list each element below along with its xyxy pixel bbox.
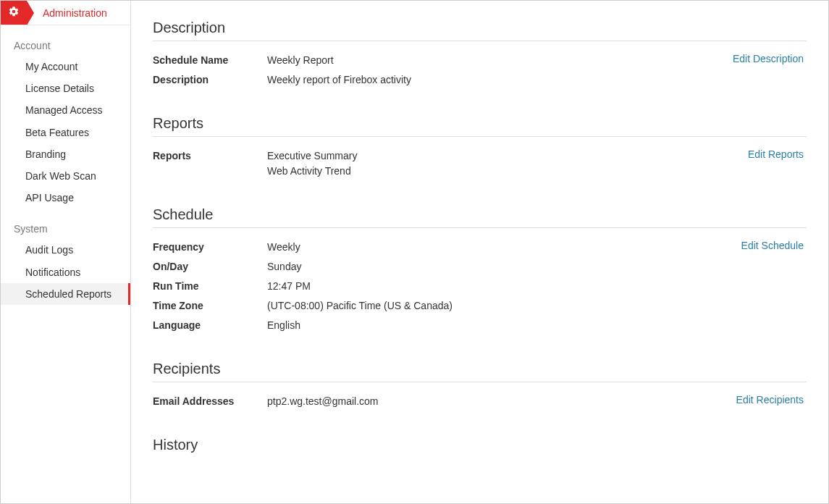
section-title-description: Description bbox=[153, 20, 807, 41]
sidebar-item-dark-web-scan[interactable]: Dark Web Scan bbox=[1, 165, 130, 187]
row-email-addresses: Email Addresses ptp2.wg.test@gmail.com bbox=[153, 394, 807, 409]
sidebar-item-label: My Account bbox=[25, 61, 77, 72]
gear-icon-box bbox=[1, 1, 27, 25]
nav-section-title-account: Account bbox=[1, 25, 130, 56]
sidebar-item-api-usage[interactable]: API Usage bbox=[1, 187, 130, 209]
sidebar-item-label: Dark Web Scan bbox=[25, 170, 96, 182]
sidebar-title: Administration bbox=[43, 7, 107, 19]
value-frequency: Weekly bbox=[267, 240, 807, 255]
row-time-zone: Time Zone (UTC-08:00) Pacific Time (US &… bbox=[153, 298, 807, 314]
sidebar-item-my-account[interactable]: My Account bbox=[1, 56, 130, 77]
row-run-time: Run Time 12:47 PM bbox=[153, 279, 807, 294]
section-history: History bbox=[153, 437, 807, 458]
nav-section-system: System Audit Logs Notifications Schedule… bbox=[1, 209, 130, 305]
nav-section-title-system: System bbox=[1, 209, 130, 239]
row-schedule-name: Schedule Name Weekly Report bbox=[153, 53, 807, 68]
sidebar-item-label: Branding bbox=[25, 148, 66, 160]
sidebar-item-label: Beta Features bbox=[25, 127, 89, 138]
section-title-history: History bbox=[153, 437, 807, 458]
nav-section-account: Account My Account License Details Manag… bbox=[1, 25, 130, 209]
edit-description-link[interactable]: Edit Description bbox=[718, 53, 804, 64]
section-title-reports: Reports bbox=[153, 115, 807, 137]
sidebar-item-label: API Usage bbox=[25, 192, 74, 203]
row-reports: Reports Executive Summary Web Activity T… bbox=[153, 148, 807, 179]
sidebar-item-label: License Details bbox=[25, 83, 94, 94]
label-description: Description bbox=[153, 72, 267, 88]
sidebar-item-label: Audit Logs bbox=[25, 244, 73, 256]
value-language: English bbox=[267, 318, 807, 333]
section-title-schedule: Schedule bbox=[153, 206, 807, 228]
row-frequency: Frequency Weekly bbox=[153, 240, 807, 255]
section-description: Description Edit Description Schedule Na… bbox=[153, 20, 807, 88]
label-time-zone: Time Zone bbox=[153, 298, 267, 314]
sidebar-header: Administration bbox=[1, 1, 130, 25]
value-run-time: 12:47 PM bbox=[267, 279, 807, 294]
section-body-recipients: Edit Recipients Email Addresses ptp2.wg.… bbox=[153, 394, 807, 409]
section-recipients: Recipients Edit Recipients Email Address… bbox=[153, 361, 807, 409]
section-body-description: Edit Description Schedule Name Weekly Re… bbox=[153, 53, 807, 88]
sidebar-item-beta-features[interactable]: Beta Features bbox=[1, 122, 130, 143]
sidebar-item-managed-access[interactable]: Managed Access bbox=[1, 99, 130, 121]
value-reports: Executive Summary Web Activity Trend bbox=[267, 148, 807, 179]
value-reports-1: Executive Summary bbox=[267, 148, 807, 164]
sidebar-item-label: Scheduled Reports bbox=[25, 288, 111, 300]
value-on-day: Sunday bbox=[267, 259, 807, 274]
main-content: Description Edit Description Schedule Na… bbox=[131, 1, 828, 503]
sidebar-item-label: Managed Access bbox=[25, 104, 103, 116]
section-reports: Reports Edit Reports Reports Executive S… bbox=[153, 115, 807, 179]
label-on-day: On/Day bbox=[153, 259, 267, 274]
row-language: Language English bbox=[153, 318, 807, 333]
label-language: Language bbox=[153, 318, 267, 333]
value-time-zone: (UTC-08:00) Pacific Time (US & Canada) bbox=[267, 298, 807, 314]
label-schedule-name: Schedule Name bbox=[153, 53, 267, 68]
row-on-day: On/Day Sunday bbox=[153, 259, 807, 274]
label-run-time: Run Time bbox=[153, 279, 267, 294]
sidebar-item-label: Notifications bbox=[25, 266, 80, 278]
row-description: Description Weekly report of Firebox act… bbox=[153, 72, 807, 88]
section-title-recipients: Recipients bbox=[153, 361, 807, 382]
value-reports-2: Web Activity Trend bbox=[267, 164, 807, 179]
section-schedule: Schedule Edit Schedule Frequency Weekly … bbox=[153, 206, 807, 333]
sidebar-header-tag: Administration bbox=[1, 1, 107, 25]
sidebar-item-notifications[interactable]: Notifications bbox=[1, 261, 130, 283]
sidebar: Administration Account My Account Licens… bbox=[1, 1, 131, 503]
label-frequency: Frequency bbox=[153, 240, 267, 255]
sidebar-item-scheduled-reports[interactable]: Scheduled Reports bbox=[1, 283, 130, 305]
label-email-addresses: Email Addresses bbox=[153, 394, 267, 409]
sidebar-item-branding[interactable]: Branding bbox=[1, 143, 130, 165]
edit-reports-link[interactable]: Edit Reports bbox=[733, 148, 804, 160]
label-reports: Reports bbox=[153, 148, 267, 164]
section-body-schedule: Edit Schedule Frequency Weekly On/Day Su… bbox=[153, 240, 807, 333]
sidebar-item-license-details[interactable]: License Details bbox=[1, 77, 130, 99]
sidebar-item-audit-logs[interactable]: Audit Logs bbox=[1, 239, 130, 261]
edit-schedule-link[interactable]: Edit Schedule bbox=[727, 240, 804, 251]
app-root: Administration Account My Account Licens… bbox=[0, 0, 829, 504]
value-description: Weekly report of Firebox activity bbox=[267, 72, 807, 88]
section-body-reports: Edit Reports Reports Executive Summary W… bbox=[153, 148, 807, 179]
gear-icon bbox=[8, 6, 20, 20]
edit-recipients-link[interactable]: Edit Recipients bbox=[722, 394, 804, 406]
